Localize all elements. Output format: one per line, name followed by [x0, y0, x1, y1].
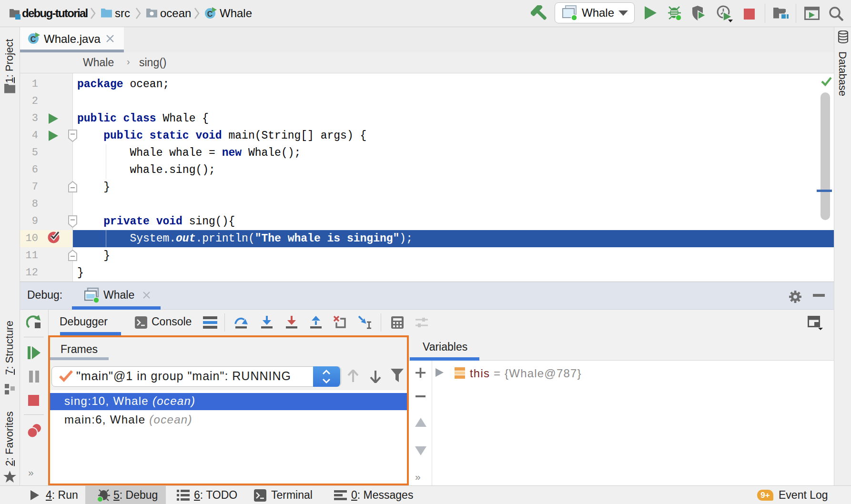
svg-text:C: C: [207, 10, 213, 18]
svg-text:C: C: [30, 35, 36, 43]
